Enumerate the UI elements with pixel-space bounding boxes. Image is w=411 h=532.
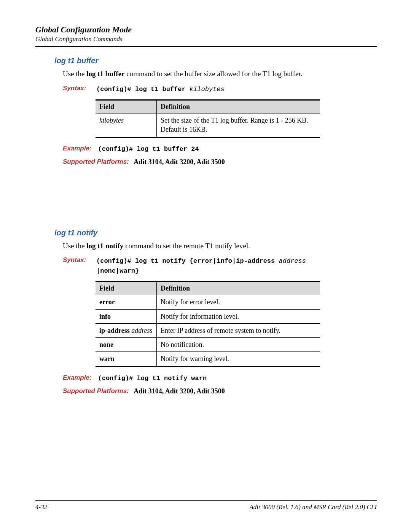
example-text: (config)# log t1 notify warn — [98, 375, 207, 382]
desc-suffix: command to set the buffer size allowed f… — [125, 70, 303, 78]
platforms-value: Adit 3104, Adit 3200, Adit 3500 — [134, 158, 225, 166]
section-gap — [54, 171, 377, 228]
desc-cmd: log t1 buffer — [86, 70, 124, 78]
cell-def: Notify for information level. — [157, 309, 320, 323]
example-text: (config)# log t1 buffer 24 — [98, 145, 199, 153]
cell-field: ip-address address — [96, 323, 157, 337]
table-row: error Notify for error level. — [96, 295, 320, 309]
desc-cmd: log t1 notify — [86, 242, 123, 250]
fields-table-wrap: Field Definition error Notify for error … — [96, 281, 377, 367]
cell-field: info — [96, 309, 157, 323]
example-row: Example: (config)# log t1 notify warn — [63, 374, 377, 382]
platforms-row: Supported Platforms: Adit 3104, Adit 320… — [63, 387, 377, 395]
desc-prefix: Use the — [63, 70, 86, 78]
example-label: Example: — [63, 374, 93, 382]
cell-def: Set the size of the T1 log buffer. Range… — [157, 113, 320, 137]
cell-def: No notification. — [157, 338, 320, 352]
platforms-label: Supported Platforms: — [63, 158, 129, 166]
field-italic-suffix: address — [131, 327, 152, 334]
page-number: 4-32 — [35, 503, 47, 511]
cell-def: Notify for warning level. — [157, 352, 320, 366]
example-row: Example: (config)# log t1 buffer 24 — [63, 145, 377, 153]
syntax-row: Syntax: (config)# log t1 buffer kilobyte… — [63, 85, 377, 94]
field-bold: error — [99, 298, 115, 306]
field-bold: ip-address — [99, 327, 131, 334]
section-desc: Use the log t1 notify command to set the… — [63, 241, 377, 251]
platforms-value: Adit 3104, Adit 3200, Adit 3500 — [134, 387, 225, 395]
fields-table: Field Definition kilobytes Set the size … — [96, 99, 320, 138]
syntax-text: (config)# log t1 buffer kilobytes — [96, 85, 377, 94]
field-bold: warn — [99, 355, 115, 363]
cell-field: kilobytes — [96, 113, 157, 137]
table-row: none No notification. — [96, 338, 320, 352]
content: log t1 buffer Use the log t1 buffer comm… — [54, 56, 377, 395]
field-bold: none — [99, 341, 113, 348]
desc-prefix: Use the — [63, 242, 86, 250]
table-row: ip-address address Enter IP address of r… — [96, 323, 320, 337]
cell-def: Notify for error level. — [157, 295, 320, 309]
section-desc: Use the log t1 buffer command to set the… — [63, 69, 377, 79]
header-title: Global Configuration Mode — [35, 25, 377, 35]
cell-field: error — [96, 295, 157, 309]
table-row: info Notify for information level. — [96, 309, 320, 323]
section-title-log-t1-buffer: log t1 buffer — [54, 56, 377, 65]
cell-field: none — [96, 338, 157, 352]
header-rule — [35, 46, 377, 47]
table-row: kilobytes Set the size of the T1 log buf… — [96, 113, 320, 137]
cell-field: warn — [96, 352, 157, 366]
cell-def: Enter IP address of remote system to not… — [157, 323, 320, 337]
platforms-label: Supported Platforms: — [63, 387, 129, 395]
fields-table: Field Definition error Notify for error … — [96, 281, 320, 367]
platforms-row: Supported Platforms: Adit 3104, Adit 320… — [63, 158, 377, 166]
field-italic: kilobytes — [99, 117, 124, 124]
header-subtitle: Global Configuration Commands — [35, 35, 377, 43]
syntax-param: kilobytes — [190, 86, 225, 93]
page: Global Configuration Mode Global Configu… — [0, 0, 411, 532]
col-definition: Definition — [157, 100, 320, 113]
desc-suffix: command to set the remote T1 notify leve… — [123, 242, 250, 250]
syntax-line2: |none|warn} — [96, 267, 139, 275]
syntax-text: (config)# log t1 notify {error|info|ip-a… — [96, 256, 377, 276]
table-row: warn Notify for warning level. — [96, 352, 320, 366]
doc-title: Adit 3000 (Rel. 1.6) and MSR Card (Rel 2… — [249, 503, 377, 511]
syntax-row: Syntax: (config)# log t1 notify {error|i… — [63, 256, 377, 276]
syntax-label: Syntax: — [63, 85, 93, 92]
syntax-prefix: (config)# log t1 notify {error|info|ip-a… — [96, 257, 279, 265]
col-definition: Definition — [157, 282, 320, 295]
page-header: Global Configuration Mode Global Configu… — [35, 25, 377, 47]
syntax-prefix: (config)# log t1 buffer — [96, 86, 190, 93]
fields-table-wrap: Field Definition kilobytes Set the size … — [96, 99, 377, 138]
section-title-log-t1-notify: log t1 notify — [54, 228, 377, 237]
field-bold: info — [99, 313, 111, 320]
col-field: Field — [96, 282, 157, 295]
syntax-label: Syntax: — [63, 256, 93, 264]
col-field: Field — [96, 100, 157, 113]
page-footer: 4-32 Adit 3000 (Rel. 1.6) and MSR Card (… — [35, 500, 377, 511]
syntax-param: address — [279, 257, 306, 265]
example-label: Example: — [63, 145, 93, 152]
